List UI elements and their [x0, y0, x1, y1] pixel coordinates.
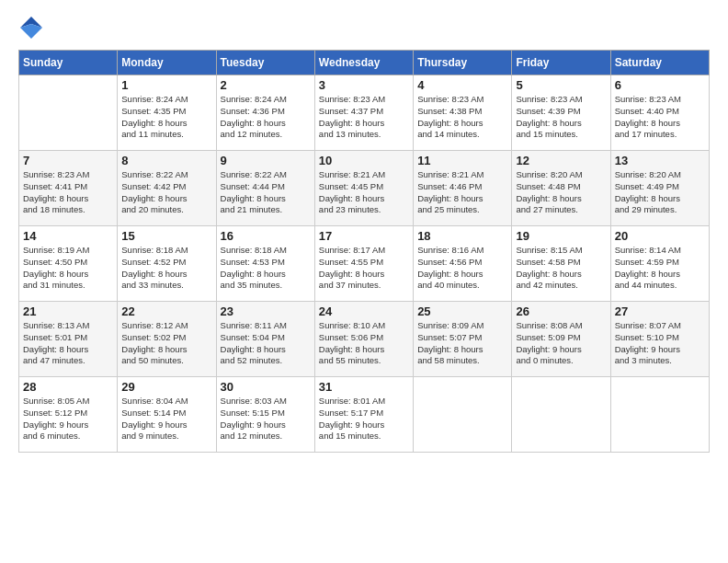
day-info: Sunrise: 8:10 AM Sunset: 5:06 PM Dayligh…: [319, 320, 409, 367]
day-info: Sunrise: 8:23 AM Sunset: 4:38 PM Dayligh…: [417, 94, 507, 141]
day-cell: 5Sunrise: 8:23 AM Sunset: 4:39 PM Daylig…: [512, 75, 610, 151]
weekday-header-wednesday: Wednesday: [314, 51, 413, 75]
day-info: Sunrise: 8:04 AM Sunset: 5:14 PM Dayligh…: [121, 396, 211, 442]
day-number: 17: [319, 229, 409, 243]
day-cell: 6Sunrise: 8:23 AM Sunset: 4:40 PM Daylig…: [610, 75, 709, 151]
day-cell: 11Sunrise: 8:21 AM Sunset: 4:46 PM Dayli…: [414, 151, 512, 226]
day-cell: 2Sunrise: 8:24 AM Sunset: 4:36 PM Daylig…: [216, 75, 314, 151]
day-info: Sunrise: 8:23 AM Sunset: 4:41 PM Dayligh…: [23, 169, 113, 216]
weekday-header-monday: Monday: [118, 51, 216, 75]
day-cell: [610, 377, 709, 453]
header: [18, 15, 710, 40]
day-number: 15: [121, 229, 211, 243]
day-number: 12: [516, 154, 606, 167]
day-info: Sunrise: 8:16 AM Sunset: 4:56 PM Dayligh…: [417, 245, 507, 292]
day-cell: 23Sunrise: 8:11 AM Sunset: 5:04 PM Dayli…: [216, 302, 314, 377]
day-info: Sunrise: 8:22 AM Sunset: 4:44 PM Dayligh…: [221, 169, 311, 216]
day-cell: 22Sunrise: 8:12 AM Sunset: 5:02 PM Dayli…: [118, 302, 216, 377]
weekday-header-friday: Friday: [512, 51, 610, 75]
day-cell: 10Sunrise: 8:21 AM Sunset: 4:45 PM Dayli…: [314, 151, 413, 226]
weekday-header-thursday: Thursday: [414, 51, 512, 75]
day-cell: 18Sunrise: 8:16 AM Sunset: 4:56 PM Dayli…: [414, 226, 512, 302]
day-number: 10: [319, 154, 409, 167]
day-number: 1: [121, 78, 211, 92]
weekday-header-row: SundayMondayTuesdayWednesdayThursdayFrid…: [19, 51, 710, 75]
day-number: 8: [121, 154, 211, 167]
day-cell: [512, 377, 610, 453]
logo: [18, 15, 50, 40]
day-info: Sunrise: 8:08 AM Sunset: 5:09 PM Dayligh…: [516, 320, 606, 367]
day-info: Sunrise: 8:15 AM Sunset: 4:58 PM Dayligh…: [516, 245, 606, 292]
day-cell: 28Sunrise: 8:05 AM Sunset: 5:12 PM Dayli…: [19, 377, 118, 453]
day-info: Sunrise: 8:14 AM Sunset: 4:59 PM Dayligh…: [615, 245, 705, 292]
day-number: 25: [417, 304, 507, 318]
page: SundayMondayTuesdayWednesdayThursdayFrid…: [0, 0, 728, 563]
day-number: 3: [319, 78, 409, 92]
day-number: 14: [23, 229, 113, 243]
day-cell: 25Sunrise: 8:09 AM Sunset: 5:07 PM Dayli…: [414, 302, 512, 377]
day-number: 6: [615, 78, 705, 92]
day-number: 31: [319, 380, 409, 394]
day-number: 5: [516, 78, 606, 92]
day-cell: 8Sunrise: 8:22 AM Sunset: 4:42 PM Daylig…: [118, 151, 216, 226]
day-info: Sunrise: 8:24 AM Sunset: 4:35 PM Dayligh…: [121, 94, 211, 141]
weekday-header-tuesday: Tuesday: [216, 51, 314, 75]
day-cell: 24Sunrise: 8:10 AM Sunset: 5:06 PM Dayli…: [314, 302, 413, 377]
day-info: Sunrise: 8:19 AM Sunset: 4:50 PM Dayligh…: [23, 245, 113, 292]
day-number: 20: [615, 229, 705, 243]
day-cell: 3Sunrise: 8:23 AM Sunset: 4:37 PM Daylig…: [314, 75, 413, 151]
day-info: Sunrise: 8:05 AM Sunset: 5:12 PM Dayligh…: [23, 396, 113, 442]
day-number: 23: [221, 304, 311, 318]
day-number: 21: [23, 304, 113, 318]
day-number: 29: [121, 380, 211, 394]
day-cell: [414, 377, 512, 453]
week-row-4: 21Sunrise: 8:13 AM Sunset: 5:01 PM Dayli…: [19, 302, 710, 377]
day-number: 26: [516, 304, 606, 318]
day-cell: 26Sunrise: 8:08 AM Sunset: 5:09 PM Dayli…: [512, 302, 610, 377]
day-number: 27: [615, 304, 705, 318]
day-cell: 20Sunrise: 8:14 AM Sunset: 4:59 PM Dayli…: [610, 226, 709, 302]
weekday-header-sunday: Sunday: [19, 51, 118, 75]
day-cell: 4Sunrise: 8:23 AM Sunset: 4:38 PM Daylig…: [414, 75, 512, 151]
day-info: Sunrise: 8:11 AM Sunset: 5:04 PM Dayligh…: [221, 320, 311, 367]
day-number: 18: [417, 229, 507, 243]
day-info: Sunrise: 8:21 AM Sunset: 4:45 PM Dayligh…: [319, 169, 409, 216]
week-row-1: 1Sunrise: 8:24 AM Sunset: 4:35 PM Daylig…: [19, 75, 710, 151]
week-row-3: 14Sunrise: 8:19 AM Sunset: 4:50 PM Dayli…: [19, 226, 710, 302]
day-cell: 13Sunrise: 8:20 AM Sunset: 4:49 PM Dayli…: [610, 151, 709, 226]
day-info: Sunrise: 8:13 AM Sunset: 5:01 PM Dayligh…: [23, 320, 113, 367]
day-cell: 27Sunrise: 8:07 AM Sunset: 5:10 PM Dayli…: [610, 302, 709, 377]
day-info: Sunrise: 8:03 AM Sunset: 5:15 PM Dayligh…: [221, 396, 311, 442]
day-number: 16: [221, 229, 311, 243]
day-info: Sunrise: 8:18 AM Sunset: 4:53 PM Dayligh…: [221, 245, 311, 292]
day-info: Sunrise: 8:09 AM Sunset: 5:07 PM Dayligh…: [417, 320, 507, 367]
day-info: Sunrise: 8:01 AM Sunset: 5:17 PM Dayligh…: [319, 396, 409, 442]
day-info: Sunrise: 8:21 AM Sunset: 4:46 PM Dayligh…: [417, 169, 507, 216]
day-number: 9: [221, 154, 311, 167]
day-number: 28: [23, 380, 113, 394]
day-cell: 9Sunrise: 8:22 AM Sunset: 4:44 PM Daylig…: [216, 151, 314, 226]
day-info: Sunrise: 8:23 AM Sunset: 4:40 PM Dayligh…: [615, 94, 705, 141]
day-info: Sunrise: 8:07 AM Sunset: 5:10 PM Dayligh…: [615, 320, 705, 367]
day-number: 13: [615, 154, 705, 167]
day-info: Sunrise: 8:20 AM Sunset: 4:48 PM Dayligh…: [516, 169, 606, 216]
day-number: 4: [417, 78, 507, 92]
day-info: Sunrise: 8:18 AM Sunset: 4:52 PM Dayligh…: [121, 245, 211, 292]
day-number: 2: [221, 78, 311, 92]
week-row-5: 28Sunrise: 8:05 AM Sunset: 5:12 PM Dayli…: [19, 377, 710, 453]
week-row-2: 7Sunrise: 8:23 AM Sunset: 4:41 PM Daylig…: [19, 151, 710, 226]
weekday-header-saturday: Saturday: [610, 51, 709, 75]
day-info: Sunrise: 8:17 AM Sunset: 4:55 PM Dayligh…: [319, 245, 409, 292]
day-info: Sunrise: 8:20 AM Sunset: 4:49 PM Dayligh…: [615, 169, 705, 216]
day-info: Sunrise: 8:23 AM Sunset: 4:37 PM Dayligh…: [319, 94, 409, 141]
calendar-table: SundayMondayTuesdayWednesdayThursdayFrid…: [18, 50, 710, 453]
day-cell: 12Sunrise: 8:20 AM Sunset: 4:48 PM Dayli…: [512, 151, 610, 226]
day-cell: 29Sunrise: 8:04 AM Sunset: 5:14 PM Dayli…: [118, 377, 216, 453]
day-cell: 16Sunrise: 8:18 AM Sunset: 4:53 PM Dayli…: [216, 226, 314, 302]
day-cell: 21Sunrise: 8:13 AM Sunset: 5:01 PM Dayli…: [19, 302, 118, 377]
day-cell: 15Sunrise: 8:18 AM Sunset: 4:52 PM Dayli…: [118, 226, 216, 302]
day-number: 22: [121, 304, 211, 318]
day-number: 30: [221, 380, 311, 394]
day-cell: 17Sunrise: 8:17 AM Sunset: 4:55 PM Dayli…: [314, 226, 413, 302]
day-number: 11: [417, 154, 507, 167]
